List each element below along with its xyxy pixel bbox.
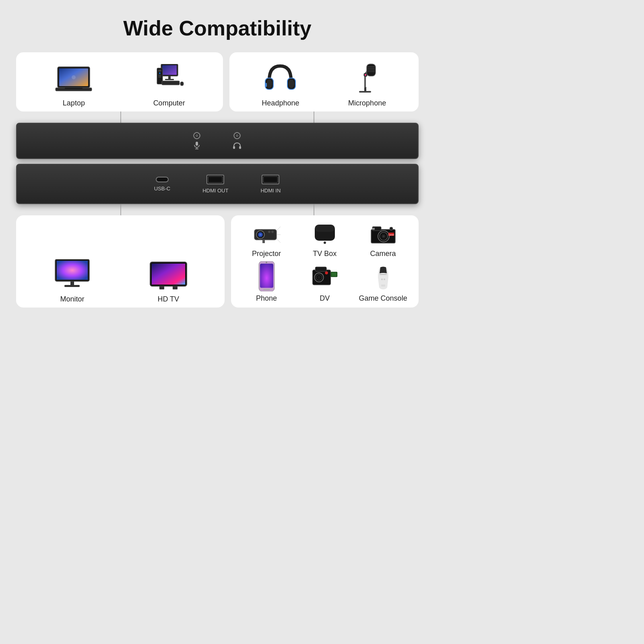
hdmi-out-label: HDMI OUT	[202, 188, 228, 194]
svg-rect-55	[262, 240, 265, 243]
laptop-icon	[54, 66, 94, 94]
device-item-projector: Projector	[237, 223, 296, 258]
svg-rect-14	[158, 75, 161, 76]
connector-top	[16, 111, 419, 123]
svg-rect-10	[165, 79, 174, 80]
top-cards-row: Laptop	[16, 52, 419, 111]
camera-icon: Canon	[369, 223, 397, 246]
svg-rect-24	[359, 91, 371, 93]
hdtv-label: HD TV	[157, 295, 179, 303]
svg-rect-82	[380, 274, 387, 275]
headphone-port	[233, 132, 242, 150]
svg-rect-12	[158, 70, 161, 72]
svg-rect-17	[180, 82, 184, 86]
svg-point-77	[318, 276, 320, 279]
usbc-label: USB-C	[154, 186, 170, 192]
svg-rect-16	[162, 81, 180, 85]
svg-rect-80	[331, 272, 336, 276]
card-headphone-microphone: Headphone	[229, 52, 419, 111]
svg-point-52	[259, 233, 262, 236]
svg-rect-48	[173, 286, 178, 289]
device-item-phone: Phone	[237, 262, 296, 303]
svg-rect-85	[381, 285, 385, 287]
device-item-computer: Computer	[153, 66, 185, 107]
tvbox-icon	[313, 223, 337, 246]
svg-point-20	[266, 79, 272, 88]
svg-rect-42	[57, 261, 88, 280]
microphone-label: Microphone	[348, 99, 386, 107]
svg-rect-34	[196, 142, 198, 146]
tvbox-label: TV Box	[313, 250, 336, 258]
svg-rect-73	[263, 289, 270, 290]
hdmi-in-label: HDMI IN	[260, 188, 281, 194]
svg-rect-37	[233, 146, 235, 149]
camera-label: Camera	[370, 250, 396, 258]
card-sources: Projector TV Box	[231, 215, 419, 308]
svg-rect-67	[372, 228, 375, 230]
hdmi-in-connector	[262, 175, 279, 184]
hdmi-in-port: HDMI IN	[260, 175, 281, 194]
device-top-panel	[16, 123, 419, 159]
phone-label: Phone	[256, 294, 277, 303]
mic-port	[193, 132, 200, 150]
svg-point-68	[390, 227, 393, 230]
svg-rect-47	[159, 286, 164, 289]
svg-rect-78	[315, 267, 326, 271]
device-item-headphone: Headphone	[262, 62, 299, 107]
connector-bottom	[16, 204, 419, 215]
svg-point-54	[271, 231, 274, 233]
device-item-monitor: Monitor	[53, 260, 91, 303]
monitor-icon	[53, 260, 91, 290]
svg-rect-38	[239, 146, 241, 149]
headphone-icon	[263, 62, 297, 94]
headphone-label: Headphone	[262, 99, 299, 107]
bottom-cards-row: Monitor	[16, 215, 419, 308]
device-item-hdtv: HD TV	[149, 262, 188, 303]
bottom-port-row: USB-C HDMI OUT HDMI IN	[154, 175, 281, 194]
page-title: Wide Compatibility	[123, 16, 312, 40]
dv-label: DV	[320, 294, 330, 303]
device-item-game-console: Game Console	[354, 266, 412, 303]
device-bottom-panel: USB-C HDMI OUT HDMI IN	[16, 164, 419, 204]
device-item-laptop: Laptop	[54, 66, 94, 107]
svg-point-83	[381, 279, 383, 280]
microphone-icon	[353, 62, 381, 94]
device-item-dv: DV	[295, 266, 354, 303]
monitor-label: Monitor	[60, 295, 84, 303]
hdmi-out-connector	[206, 175, 224, 184]
svg-point-64	[382, 235, 385, 237]
card-laptop-computer: Laptop	[16, 52, 223, 111]
svg-point-81	[325, 271, 328, 274]
dv-icon	[311, 266, 339, 290]
svg-point-3	[72, 75, 76, 79]
device-item-tvbox: TV Box	[295, 223, 354, 258]
game-console-icon	[369, 266, 397, 290]
game-console-label: Game Console	[359, 294, 407, 303]
svg-rect-15	[158, 76, 161, 77]
laptop-label: Laptop	[63, 99, 85, 107]
svg-text:Canon: Canon	[388, 233, 394, 236]
device-item-camera: Canon Camera	[354, 223, 412, 258]
svg-point-58	[324, 242, 326, 244]
svg-rect-57	[315, 225, 335, 232]
svg-point-53	[268, 231, 270, 233]
projector-label: Projector	[252, 250, 281, 258]
svg-point-21	[289, 79, 294, 88]
svg-rect-8	[162, 65, 177, 75]
computer-icon	[153, 66, 185, 94]
svg-rect-31	[365, 74, 366, 76]
usbc-connector	[156, 177, 169, 182]
computer-label: Computer	[153, 99, 185, 107]
main-layout: Laptop	[16, 52, 419, 308]
svg-point-84	[384, 279, 385, 280]
phone-icon	[258, 262, 276, 290]
svg-point-72	[266, 262, 267, 263]
hdmi-out-port: HDMI OUT	[202, 175, 228, 194]
usbc-port: USB-C	[154, 177, 170, 192]
hdtv-icon	[149, 262, 188, 290]
svg-rect-5	[65, 88, 83, 89]
svg-rect-9	[168, 76, 171, 79]
card-monitor-hdtv: Monitor	[16, 215, 225, 308]
projector-icon	[252, 223, 281, 246]
svg-rect-71	[260, 264, 273, 288]
